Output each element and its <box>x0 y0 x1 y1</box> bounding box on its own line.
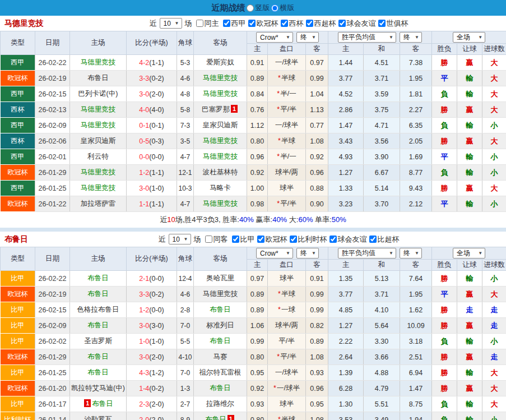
home-team[interactable]: 布鲁日 <box>87 321 109 329</box>
summary-text: 40% <box>272 215 287 224</box>
league-checkbox[interactable] <box>338 20 346 27</box>
home-team[interactable]: 布鲁日 <box>87 353 109 361</box>
league-checkbox[interactable] <box>306 20 313 27</box>
match-date: 26-02-13 <box>35 102 70 118</box>
away-team: 波杜基林特 <box>203 168 238 176</box>
odds-final-select[interactable]: 终 <box>296 32 319 43</box>
halftime-score: (2-0) <box>149 90 164 98</box>
handicap-home-odds: 0.80 <box>247 412 268 420</box>
avg-final-select[interactable]: 终 <box>400 248 422 259</box>
score-cell: 3-0(2-0) <box>127 349 177 365</box>
horizontal-radio[interactable] <box>271 4 278 12</box>
avg-select[interactable]: 胜平负均值 <box>338 32 396 43</box>
away-team[interactable]: 马德里竞技 <box>203 153 238 160</box>
handicap-star: * <box>278 74 281 82</box>
away-team-cell: 马德里竞技 <box>194 149 247 165</box>
home-team[interactable]: 布鲁日 <box>87 368 109 376</box>
avg-draw-odds: 3.71 <box>364 287 400 302</box>
league-checkbox[interactable] <box>223 20 230 27</box>
scope-select[interactable]: 全场 <box>453 32 485 43</box>
away-team[interactable]: 马德里竞技 <box>203 74 238 82</box>
layout-radio-vertical[interactable]: 竖版 <box>247 3 270 13</box>
league-checkbox[interactable] <box>329 236 337 243</box>
col-date: 日期 <box>35 31 70 55</box>
avg-draw-odds: 3.75 <box>364 102 400 118</box>
section-filter-bar: 马德里竞技 近 10 场 同主 西甲欧冠杯西杯西超杯球会友谊世俱杯 <box>0 16 506 31</box>
home-team[interactable]: 布鲁日 <box>92 400 113 408</box>
league-checkbox[interactable] <box>248 20 256 27</box>
away-team-cell: 布鲁日 <box>194 381 247 396</box>
layout-radio-horizontal[interactable]: 横版 <box>271 3 295 13</box>
league-badge: 西甲 <box>1 149 35 165</box>
away-team[interactable]: 布鲁日 <box>210 384 231 392</box>
league-checkbox[interactable] <box>369 236 377 243</box>
match-date: 26-02-19 <box>35 287 70 302</box>
league-filter-世俱杯[interactable]: 世俱杯 <box>378 19 408 29</box>
league-filter-label: 西超杯 <box>314 19 336 29</box>
league-filter-欧冠杯[interactable]: 欧冠杯 <box>248 19 278 29</box>
col-away: 客场 <box>194 31 247 55</box>
home-team[interactable]: 马德里竞技 <box>81 58 116 66</box>
match-count-select[interactable]: 10 <box>160 18 182 29</box>
near-label: 近 <box>150 19 157 29</box>
corners-cell: 5-3 <box>177 55 194 71</box>
score-cell: 3-0(2-0) <box>127 86 177 102</box>
league-filter-西超杯[interactable]: 西超杯 <box>306 19 336 29</box>
handicap-line: *半球 <box>268 133 306 149</box>
league-filter-比超杯[interactable]: 比超杯 <box>369 234 400 244</box>
league-checkbox[interactable] <box>232 236 239 243</box>
scope-select[interactable]: 全场 <box>453 248 485 259</box>
handicap-line: *平/半 <box>268 196 306 212</box>
away-team[interactable]: 马德里竞技 <box>203 137 238 145</box>
scope-group-header: 全场 <box>432 31 506 44</box>
league-filter-西杯[interactable]: 西杯 <box>281 19 304 29</box>
away-team[interactable]: 马德里竞技 <box>203 90 238 98</box>
handicap-star: * <box>277 200 280 207</box>
league-checkbox[interactable] <box>257 236 264 243</box>
away-team[interactable]: 布鲁日 <box>210 306 231 313</box>
same-home-checkbox[interactable]: 同主 <box>196 19 219 29</box>
home-team[interactable]: 布鲁日 <box>87 274 109 282</box>
league-filter-欧冠杯[interactable]: 欧冠杯 <box>257 234 287 244</box>
goals-result: 大 <box>482 381 506 396</box>
home-team[interactable]: 布鲁日 <box>87 290 109 298</box>
league-filter-西甲[interactable]: 西甲 <box>223 19 246 29</box>
league-checkbox[interactable] <box>290 236 297 243</box>
home-team[interactable]: 马德里竞技 <box>81 121 116 129</box>
handicap-away-odds: 0.97 <box>306 55 328 71</box>
away-team[interactable]: 马德里竞技 <box>203 200 238 207</box>
handicap-star: * <box>278 137 281 145</box>
home-team[interactable]: 马德里竞技 <box>81 184 116 192</box>
bookmaker-select[interactable]: Crow* <box>256 248 293 259</box>
home-team: 利云特 <box>87 153 109 160</box>
away-team[interactable]: 布鲁日 <box>205 416 226 420</box>
col-type: 类型 <box>1 247 35 271</box>
away-team[interactable]: 布鲁日 <box>210 337 231 345</box>
odds-final-select[interactable]: 终 <box>296 248 319 259</box>
games-label: 场 <box>194 234 201 244</box>
corners-cell: 12-4 <box>177 271 194 287</box>
home-team[interactable]: 马德里竞技 <box>81 105 116 113</box>
league-filter-球会友谊[interactable]: 球会友谊 <box>329 234 367 244</box>
section-divider <box>0 228 506 232</box>
league-filter-比甲[interactable]: 比甲 <box>232 234 255 244</box>
avg-select[interactable]: 胜平负均值 <box>338 248 396 259</box>
avg-final-select[interactable]: 终 <box>400 32 422 43</box>
league-checkbox[interactable] <box>378 20 386 27</box>
fulltime-score: 4-0 <box>139 106 149 114</box>
home-team[interactable]: 马德里竞技 <box>81 168 116 176</box>
league-checkbox[interactable] <box>281 20 288 27</box>
same-away-checkbox[interactable]: 同客 <box>205 234 228 244</box>
bookmaker-select[interactable]: Crow* <box>256 32 293 43</box>
league-filter-比利时杯[interactable]: 比利时杯 <box>290 234 327 244</box>
match-count-select[interactable]: 10 <box>169 234 191 244</box>
fulltime-score: 3-0 <box>139 184 149 192</box>
league-filter-球会友谊[interactable]: 球会友谊 <box>338 19 376 29</box>
vertical-radio[interactable] <box>247 4 254 12</box>
avg-home-odds: 1.47 <box>328 118 364 133</box>
same-away-check[interactable] <box>205 236 212 243</box>
col-handicap: 盘口 <box>268 44 306 55</box>
same-home-check[interactable] <box>196 20 203 27</box>
handicap-line: *一/球半 <box>268 381 306 396</box>
handicap-away-odds: 0.92 <box>306 149 328 165</box>
